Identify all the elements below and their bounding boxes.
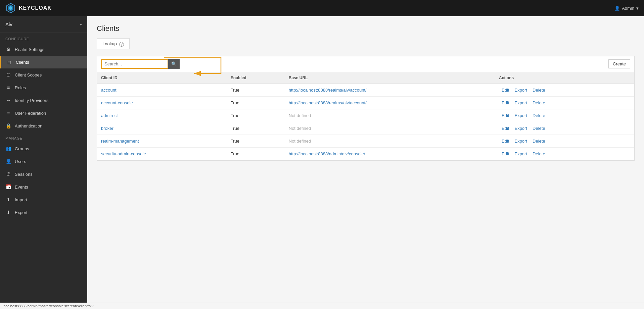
- action-delete-button[interactable]: Delete: [530, 100, 548, 106]
- sessions-icon: ⏱: [5, 171, 11, 177]
- main-layout: Aiv ▾ Configure ⚙ Realm Settings ◻ Clien…: [0, 16, 644, 303]
- table-row: account-consoleTruehttp://localhost:8888…: [97, 96, 634, 109]
- cell-actions: EditExportDelete: [495, 96, 634, 109]
- admin-menu[interactable]: 👤 Admin ▾: [614, 6, 639, 11]
- base-url-link[interactable]: http://localhost:8888/realms/aiv/account…: [289, 100, 367, 105]
- action-edit-button[interactable]: Edit: [499, 87, 512, 93]
- admin-icon: 👤: [614, 6, 620, 11]
- action-edit-button[interactable]: Edit: [499, 151, 512, 157]
- sidebar-item-label: Clients: [16, 60, 29, 65]
- base-url-link[interactable]: http://localhost:8888/realms/aiv/account…: [289, 88, 367, 93]
- top-navbar: KEYCLOAK 👤 Admin ▾: [0, 0, 644, 16]
- tab-lookup-label: Lookup: [102, 41, 117, 46]
- action-export-button[interactable]: Export: [512, 125, 530, 132]
- sidebar-item-label: Authentication: [15, 123, 42, 128]
- sidebar-item-identity-providers[interactable]: ↔ Identity Providers: [0, 94, 87, 107]
- sidebar-item-label: Sessions: [15, 172, 33, 177]
- action-delete-button[interactable]: Delete: [530, 151, 548, 157]
- action-edit-button[interactable]: Edit: [499, 112, 512, 119]
- cell-base-url: Not defined: [285, 122, 495, 135]
- table-row: admin-cliTrueNot definedEditExportDelete: [97, 109, 634, 122]
- action-export-button[interactable]: Export: [512, 112, 530, 119]
- client-id-link[interactable]: account-console: [101, 100, 133, 105]
- clients-table: Client ID Enabled Base URL Actions accou…: [97, 72, 634, 160]
- sidebar-item-label: Groups: [15, 146, 29, 151]
- table-header-row: Client ID Enabled Base URL Actions: [97, 72, 634, 84]
- search-button[interactable]: 🔍: [168, 59, 180, 69]
- logo-area: KEYCLOAK: [5, 3, 52, 13]
- admin-chevron-icon: ▾: [636, 6, 639, 11]
- action-export-button[interactable]: Export: [512, 100, 530, 106]
- sidebar-item-label: Roles: [15, 85, 26, 90]
- table-row: accountTruehttp://localhost:8888/realms/…: [97, 84, 634, 96]
- admin-label: Admin: [622, 6, 634, 11]
- cell-base-url: http://localhost:8888/admin/aiv/console/: [285, 147, 495, 160]
- sidebar-item-label: User Federation: [15, 111, 46, 116]
- client-id-link[interactable]: realm-management: [101, 139, 139, 144]
- sidebar-item-label: Users: [15, 159, 26, 164]
- action-export-button[interactable]: Export: [512, 138, 530, 144]
- sidebar-item-users[interactable]: 👤 Users: [0, 155, 87, 168]
- configure-section-label: Configure: [0, 33, 87, 43]
- cell-actions: EditExportDelete: [495, 147, 634, 160]
- sidebar-item-groups[interactable]: 👥 Groups: [0, 142, 87, 155]
- action-delete-button[interactable]: Delete: [530, 125, 548, 132]
- action-export-button[interactable]: Export: [512, 151, 530, 157]
- sidebar-item-label: Events: [15, 185, 28, 190]
- client-id-link[interactable]: broker: [101, 126, 113, 131]
- sidebar-item-roles[interactable]: ≡ Roles: [0, 81, 87, 94]
- cell-client-id: account: [97, 84, 227, 96]
- not-defined-label: Not defined: [289, 126, 311, 131]
- search-area: 🔍: [101, 59, 180, 69]
- not-defined-label: Not defined: [289, 139, 311, 144]
- realm-selector[interactable]: Aiv ▾: [0, 16, 87, 33]
- app-name: KEYCLOAK: [19, 5, 52, 11]
- sidebar-item-sessions[interactable]: ⏱ Sessions: [0, 168, 87, 181]
- client-id-link[interactable]: security-admin-console: [101, 151, 146, 156]
- action-edit-button[interactable]: Edit: [499, 100, 512, 106]
- create-button[interactable]: Create: [608, 59, 630, 68]
- keycloak-logo-icon: [5, 3, 16, 13]
- action-edit-button[interactable]: Edit: [499, 138, 512, 144]
- client-id-link[interactable]: account: [101, 88, 117, 93]
- action-delete-button[interactable]: Delete: [530, 112, 548, 119]
- sidebar-item-label: Import: [15, 197, 27, 202]
- identity-providers-icon: ↔: [5, 97, 11, 103]
- cell-actions: EditExportDelete: [495, 122, 634, 135]
- cell-enabled: True: [227, 122, 285, 135]
- sidebar-item-import[interactable]: ⬆ Import: [0, 193, 87, 206]
- action-delete-button[interactable]: Delete: [530, 87, 548, 93]
- cell-enabled: True: [227, 135, 285, 147]
- sidebar-item-export[interactable]: ⬇ Export: [0, 206, 87, 219]
- tab-lookup[interactable]: Lookup ?: [97, 38, 130, 49]
- sidebar-item-user-federation[interactable]: ≡ User Federation: [0, 107, 87, 119]
- status-bar: localhost:8888/admin/master/console/#/cr…: [0, 303, 644, 309]
- action-export-button[interactable]: Export: [512, 87, 530, 93]
- lookup-help-icon[interactable]: ?: [119, 42, 124, 47]
- base-url-link[interactable]: http://localhost:8888/admin/aiv/console/: [289, 151, 365, 156]
- client-id-link[interactable]: admin-cli: [101, 113, 119, 118]
- cell-base-url: http://localhost:8888/realms/aiv/account…: [285, 96, 495, 109]
- cell-client-id: security-admin-console: [97, 147, 227, 160]
- sidebar-item-realm-settings[interactable]: ⚙ Realm Settings: [0, 43, 87, 56]
- sidebar-item-authentication[interactable]: 🔒 Authentication: [0, 119, 87, 132]
- realm-name: Aiv: [5, 21, 12, 27]
- table-row: realm-managementTrueNot definedEditExpor…: [97, 135, 634, 147]
- sidebar-item-clients[interactable]: ◻ Clients: [0, 56, 87, 68]
- table-section: 🔍 Create Client ID Enabled Base URL Acti…: [97, 56, 635, 161]
- cell-client-id: broker: [97, 122, 227, 135]
- cell-enabled: True: [227, 109, 285, 122]
- search-input[interactable]: [101, 59, 168, 69]
- sidebar-item-client-scopes[interactable]: ⬡ Client Scopes: [0, 68, 87, 81]
- not-defined-label: Not defined: [289, 113, 311, 118]
- users-icon: 👤: [5, 158, 11, 164]
- client-scopes-icon: ⬡: [5, 72, 11, 78]
- user-federation-icon: ≡: [5, 110, 11, 116]
- action-delete-button[interactable]: Delete: [530, 138, 548, 144]
- events-icon: 📅: [5, 184, 11, 190]
- col-enabled: Enabled: [227, 72, 285, 84]
- action-edit-button[interactable]: Edit: [499, 125, 512, 132]
- sidebar-item-label: Export: [15, 210, 28, 215]
- sidebar-item-events[interactable]: 📅 Events: [0, 181, 87, 193]
- sidebar-item-label: Client Scopes: [15, 72, 42, 78]
